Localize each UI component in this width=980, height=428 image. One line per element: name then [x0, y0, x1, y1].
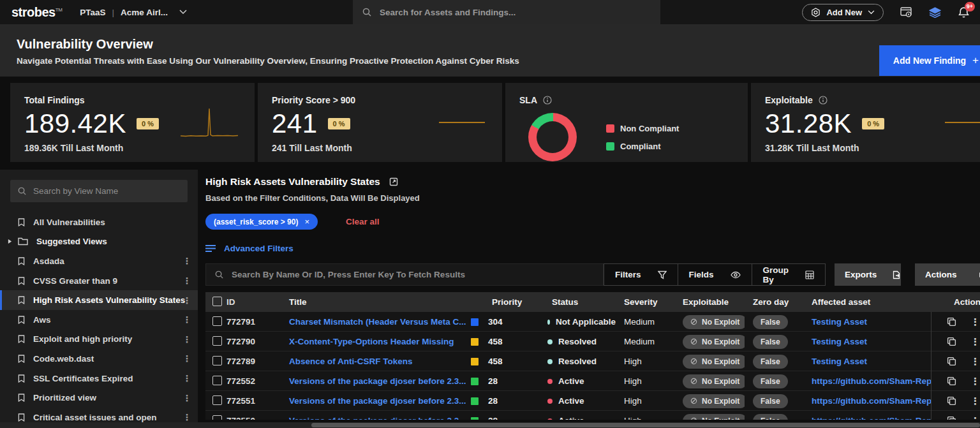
row-menu-icon[interactable]: ⋮	[970, 395, 980, 407]
kebab-menu-icon[interactable]: ⋮	[182, 256, 191, 266]
col-priority[interactable]: Priority	[467, 297, 544, 307]
table-row[interactable]: 772791 Charset Mismatch (Header Versus M…	[205, 312, 980, 332]
kebab-menu-icon[interactable]: ⋮	[182, 412, 191, 422]
row-checkbox[interactable]	[212, 415, 222, 420]
table-search[interactable]	[205, 263, 604, 286]
affected-asset-link[interactable]: Testing Asset	[812, 317, 867, 327]
col-title[interactable]: Title	[287, 297, 467, 307]
kebab-menu-icon[interactable]: ⋮	[182, 295, 191, 306]
view-search-input[interactable]	[33, 186, 181, 196]
expand-icon[interactable]	[389, 177, 398, 186]
finding-title-link[interactable]: X-Content-Type-Options Header Missing	[289, 337, 454, 346]
row-checkbox[interactable]	[212, 336, 222, 346]
row-checkbox[interactable]	[212, 395, 222, 405]
row-menu-icon[interactable]: ⋮	[970, 415, 980, 420]
advanced-filters-toggle[interactable]: Advanced Filters	[205, 244, 980, 253]
bookmark-icon	[18, 277, 25, 285]
priority-color-chip	[471, 397, 479, 405]
kebab-menu-icon[interactable]: ⋮	[182, 373, 191, 383]
copy-icon[interactable]	[947, 317, 956, 327]
finding-title-link[interactable]: Absence of Anti-CSRF Tokens	[289, 357, 413, 366]
affected-asset-link[interactable]: Testing Asset	[812, 337, 867, 346]
kebab-menu-icon[interactable]: ⋮	[182, 353, 191, 364]
view-search[interactable]	[10, 180, 188, 202]
row-menu-icon[interactable]: ⋮	[970, 316, 980, 328]
finding-title-link[interactable]: Versions of the package djoser before 2.…	[289, 396, 466, 406]
row-menu-icon[interactable]: ⋮	[970, 376, 980, 387]
row-checkbox[interactable]	[212, 376, 222, 385]
global-search[interactable]	[353, 0, 660, 24]
copy-icon[interactable]	[947, 376, 956, 386]
table-row[interactable]: 772789 Absence of Anti-CSRF Tokens 458 R…	[205, 351, 980, 371]
sidebar-view-item[interactable]: Code.web.dast ⋮	[0, 349, 198, 369]
copy-icon[interactable]	[947, 337, 956, 346]
col-status[interactable]: Status	[544, 297, 616, 307]
kebab-menu-icon[interactable]: ⋮	[182, 393, 191, 403]
strobes-logo[interactable]: strobesTM	[11, 5, 62, 20]
affected-asset-link[interactable]: https://github.com/Sham-Repor	[812, 376, 931, 386]
layers-icon[interactable]	[929, 7, 941, 18]
add-new-finding-button[interactable]: Add New Finding +	[879, 45, 980, 76]
finding-title-link[interactable]: Charset Mismatch (Header Versus Meta C..…	[289, 317, 466, 327]
row-menu-icon[interactable]: ⋮	[970, 356, 980, 367]
col-exploitable[interactable]: Exploitable	[674, 297, 745, 307]
table-row[interactable]: 772552 Versions of the package djoser be…	[205, 371, 980, 391]
clear-all-link[interactable]: Clear all	[346, 217, 380, 226]
col-severity[interactable]: Severity	[616, 297, 674, 307]
card-title: SLA	[519, 95, 537, 105]
chevron-down-icon[interactable]	[179, 10, 187, 15]
global-search-input[interactable]	[380, 8, 651, 17]
col-zero-day[interactable]: Zero day	[745, 297, 803, 307]
add-new-button[interactable]: Add New	[802, 4, 884, 21]
exports-button[interactable]: Exports	[835, 263, 901, 286]
sidebar-view-item[interactable]: Critical asset issues and open ⋮	[0, 408, 198, 422]
kebab-menu-icon[interactable]: ⋮	[182, 314, 191, 325]
sidebar-view-item[interactable]: All Vulnerabilities ⋮	[0, 212, 198, 232]
legend-label: Non Compliant	[620, 124, 679, 133]
select-all-checkbox[interactable]	[212, 297, 222, 306]
sidebar-view-item[interactable]: Asdada ⋮	[0, 251, 198, 271]
wallboard-icon[interactable]	[900, 7, 912, 18]
copy-icon[interactable]	[947, 416, 956, 420]
horizontal-scrollbar[interactable]	[0, 422, 980, 428]
affected-asset-link[interactable]: https://github.com/Sham-Repor	[812, 416, 931, 420]
finding-title-link[interactable]: Versions of the package djoser before 2.…	[289, 416, 466, 420]
info-icon[interactable]	[543, 96, 552, 105]
sidebar-view-item[interactable]: Suggested Views ⋮	[0, 232, 198, 252]
table-row[interactable]: 772790 X-Content-Type-Options Header Mis…	[205, 332, 980, 351]
table-row[interactable]: 772550 Versions of the package djoser be…	[205, 411, 980, 420]
sidebar-view-item[interactable]: CVSS Greater than 9 ⋮	[0, 271, 198, 291]
affected-asset-link[interactable]: Testing Asset	[812, 357, 867, 366]
group-by-button[interactable]: Group By	[752, 264, 826, 285]
finding-title-link[interactable]: Versions of the package djoser before 2.…	[289, 376, 466, 386]
scrollbar-thumb[interactable]	[311, 423, 980, 427]
copy-icon[interactable]	[947, 396, 956, 406]
fields-button[interactable]: Fields	[678, 264, 752, 285]
sidebar-view-item[interactable]: Exploit and high priority ⋮	[0, 330, 198, 350]
affected-asset-link[interactable]: https://github.com/Sham-Repor	[812, 396, 931, 406]
exploitable-pill: No Exploit	[683, 315, 745, 329]
sidebar-view-item[interactable]: SSL Certificates Expired ⋮	[0, 369, 198, 388]
filter-chip[interactable]: (asset_risk_score > 90) ×	[205, 214, 318, 230]
info-icon[interactable]	[819, 96, 828, 105]
kebab-menu-icon[interactable]: ⋮	[182, 276, 191, 286]
table-search-input[interactable]	[232, 270, 595, 279]
kebab-menu-icon[interactable]: ⋮	[182, 334, 191, 344]
caret-right-icon[interactable]	[8, 239, 12, 244]
filters-button[interactable]: Filters	[604, 264, 678, 285]
context-divider: |	[112, 8, 115, 17]
row-checkbox[interactable]	[212, 356, 222, 365]
sidebar-view-item[interactable]: High Risk Assets Vulnerability States ⋮	[0, 290, 198, 310]
row-checkbox[interactable]	[212, 316, 222, 326]
org-context-switcher[interactable]: PTaaS | Acme Airl...	[80, 8, 187, 17]
sidebar-view-item[interactable]: Prioritized view ⋮	[0, 388, 198, 408]
copy-icon[interactable]	[947, 357, 956, 366]
notifications-bell-icon[interactable]: 9+	[958, 6, 970, 18]
chip-close-icon[interactable]: ×	[304, 217, 309, 226]
row-menu-icon[interactable]: ⋮	[970, 336, 980, 348]
sidebar-view-item[interactable]: Aws ⋮	[0, 310, 198, 330]
col-affected-asset[interactable]: Affected asset	[803, 297, 931, 307]
actions-button[interactable]: Actions	[915, 263, 980, 286]
table-row[interactable]: 772551 Versions of the package djoser be…	[205, 391, 980, 411]
col-id[interactable]: ID	[225, 297, 287, 307]
